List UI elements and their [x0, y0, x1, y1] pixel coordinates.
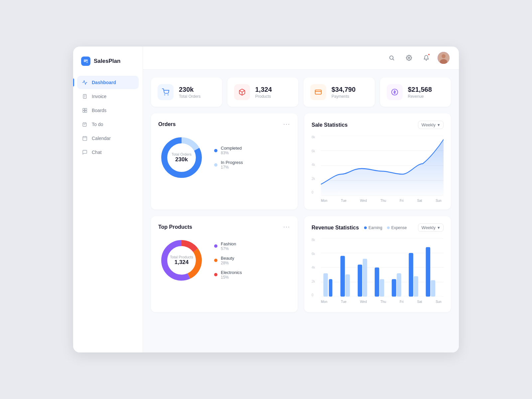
- orders-donut: Total Orders 230k: [158, 134, 205, 181]
- legend-dot-beauty: [214, 259, 217, 262]
- stat-card-products: 1,324 Products: [227, 77, 299, 107]
- sidebar-item-label: Calendar: [92, 136, 111, 141]
- orders-chart: Orders ···: [151, 113, 298, 209]
- stat-card-payments: $34,790 Payments: [304, 77, 375, 107]
- orders-icon: [158, 84, 174, 100]
- charts-row-2: Top Products ···: [151, 216, 451, 312]
- orders-menu[interactable]: ···: [283, 121, 290, 128]
- revenue-weekly-dropdown[interactable]: Weekly ▾: [418, 223, 444, 232]
- svg-point-9: [408, 57, 410, 59]
- chart-header: Top Products ···: [158, 223, 290, 230]
- chart-title: Top Products: [158, 224, 192, 230]
- stat-value: $34,790: [332, 86, 355, 93]
- svg-rect-35: [324, 273, 328, 297]
- bar-chart-container: 0 2k 4k 6k 8k: [312, 238, 444, 305]
- sidebar-item-label: To do: [92, 122, 103, 127]
- sidebar-item-invoice[interactable]: Invoice: [77, 90, 139, 103]
- sidebar-item-boards[interactable]: Boards: [77, 104, 139, 117]
- user-avatar[interactable]: [438, 52, 450, 64]
- main-area: 230k Total Orders 1,324 Product: [143, 47, 459, 352]
- content-area: 230k Total Orders 1,324 Product: [143, 69, 459, 352]
- svg-rect-1: [83, 94, 86, 98]
- bar-chart-svg: [321, 238, 444, 297]
- svg-point-13: [164, 94, 165, 95]
- products-icon: [234, 84, 250, 100]
- svg-rect-38: [340, 256, 345, 297]
- svg-rect-47: [414, 276, 418, 297]
- notification-button[interactable]: [420, 52, 432, 64]
- svg-rect-37: [329, 279, 332, 297]
- settings-button[interactable]: [403, 52, 415, 64]
- chart-header: Sale Statistics Weekly ▾: [312, 121, 444, 129]
- line-chart-svg: [321, 136, 444, 196]
- svg-rect-48: [426, 247, 431, 297]
- notification-badge: [428, 53, 430, 56]
- products-legend: Fashion 57% Beauty 28%: [214, 241, 242, 280]
- chart-title: Orders: [158, 121, 176, 127]
- sidebar-item-todo[interactable]: To do: [77, 118, 139, 131]
- stat-card-orders: 230k Total Orders: [151, 77, 222, 107]
- sidebar-logo: SalesPlan: [73, 57, 143, 76]
- sidebar: SalesPlan Dashboard Invoice: [73, 47, 143, 352]
- boards-icon: [82, 107, 88, 113]
- stat-label: Products: [255, 94, 272, 99]
- orders-legend: Completed 83% In Progress 17%: [214, 146, 243, 170]
- stat-label: Total Orders: [179, 94, 200, 99]
- search-button[interactable]: [386, 52, 398, 64]
- sale-statistics-chart: Sale Statistics Weekly ▾ 0 2k 4k 6k 8k: [304, 113, 451, 209]
- sidebar-item-label: Dashboard: [92, 80, 116, 85]
- top-products-chart: Top Products ···: [151, 216, 298, 312]
- sidebar-item-chat[interactable]: Chat: [77, 146, 139, 159]
- svg-rect-44: [392, 279, 396, 297]
- revenue-legend-row: Earning Expense: [364, 225, 407, 230]
- svg-rect-40: [358, 265, 362, 297]
- expense-legend-dot: [387, 226, 390, 229]
- legend-item: Beauty 28%: [214, 256, 242, 265]
- svg-rect-7: [83, 137, 87, 141]
- sidebar-item-dashboard[interactable]: Dashboard: [77, 76, 139, 89]
- svg-rect-3: [85, 108, 87, 110]
- svg-rect-46: [409, 253, 413, 297]
- chart-title: Revenue Statistics: [312, 225, 359, 231]
- stat-value: 1,324: [255, 86, 272, 93]
- sidebar-nav: Dashboard Invoice: [73, 76, 143, 159]
- products-donut: Total Products 1,324: [158, 237, 205, 284]
- sidebar-item-label: Chat: [92, 150, 102, 155]
- legend-item: Electronics 15%: [214, 270, 242, 280]
- svg-rect-41: [363, 259, 367, 297]
- svg-rect-16: [315, 90, 321, 94]
- line-chart-container: 0 2k 4k 6k 8k: [312, 136, 444, 202]
- legend-dot-inprogress: [214, 163, 217, 167]
- y-axis: 0 2k 4k 6k 8k: [312, 238, 315, 298]
- dashboard-icon: [82, 79, 88, 85]
- stat-label: Revenue: [408, 94, 432, 99]
- svg-rect-42: [375, 268, 379, 297]
- payments-icon: [310, 84, 326, 100]
- chart-title: Sale Statistics: [312, 122, 348, 128]
- svg-rect-2: [83, 108, 84, 110]
- weekly-dropdown[interactable]: Weekly ▾: [418, 121, 444, 129]
- svg-point-14: [168, 94, 169, 95]
- svg-rect-49: [431, 280, 436, 297]
- legend-item: In Progress 17%: [214, 160, 243, 170]
- header: [143, 47, 459, 69]
- y-axis: 0 2k 4k 6k 8k: [312, 136, 315, 196]
- svg-rect-39: [345, 274, 350, 297]
- legend-item: Fashion 57%: [214, 241, 242, 251]
- brand-name: SalesPlan: [94, 58, 120, 65]
- stat-card-revenue: $21,568 Revenue: [380, 77, 451, 107]
- x-axis: Mon Tue Wed Thu Fri Sat Sun: [321, 300, 444, 304]
- stats-row: 230k Total Orders 1,324 Product: [151, 77, 451, 107]
- legend-dot-electronics: [214, 273, 217, 276]
- sidebar-item-label: Invoice: [92, 94, 106, 99]
- svg-rect-4: [83, 111, 84, 112]
- chart-header: Revenue Statistics Earning Expense: [312, 223, 444, 232]
- orders-content: Total Orders 230k Completed 83%: [158, 134, 290, 181]
- stat-label: Payments: [332, 94, 355, 99]
- legend-item: Completed 83%: [214, 146, 243, 155]
- chat-icon: [82, 149, 88, 155]
- sidebar-item-label: Boards: [92, 108, 106, 113]
- sidebar-item-calendar[interactable]: Calendar: [77, 132, 139, 145]
- svg-rect-5: [85, 111, 87, 112]
- top-products-menu[interactable]: ···: [283, 223, 290, 230]
